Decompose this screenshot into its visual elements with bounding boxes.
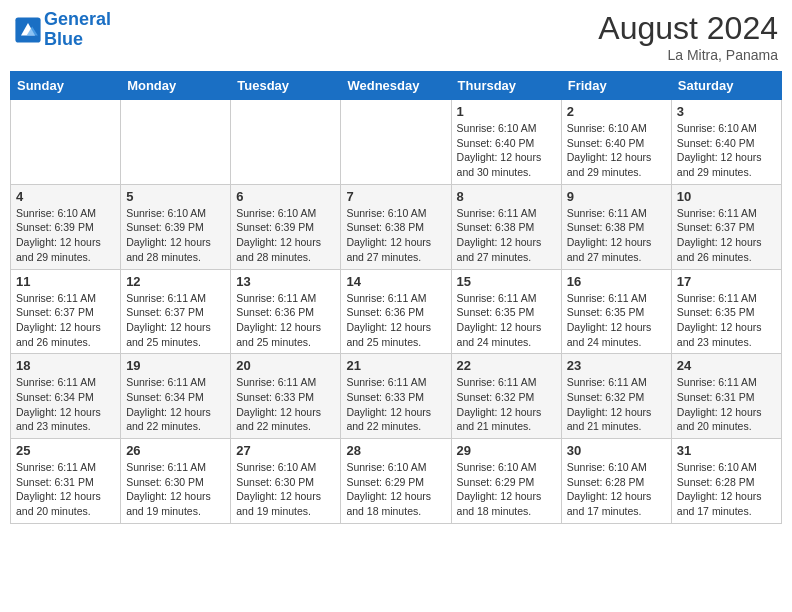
day-number: 21 xyxy=(346,358,445,373)
day-number: 3 xyxy=(677,104,776,119)
day-info: Sunrise: 6:11 AMSunset: 6:32 PMDaylight:… xyxy=(457,375,556,434)
calendar-cell xyxy=(11,100,121,185)
day-info: Sunrise: 6:11 AMSunset: 6:34 PMDaylight:… xyxy=(16,375,115,434)
day-info: Sunrise: 6:11 AMSunset: 6:35 PMDaylight:… xyxy=(457,291,556,350)
day-info: Sunrise: 6:11 AMSunset: 6:35 PMDaylight:… xyxy=(567,291,666,350)
day-number: 7 xyxy=(346,189,445,204)
day-info: Sunrise: 6:10 AMSunset: 6:29 PMDaylight:… xyxy=(457,460,556,519)
day-number: 2 xyxy=(567,104,666,119)
day-info: Sunrise: 6:11 AMSunset: 6:38 PMDaylight:… xyxy=(567,206,666,265)
day-number: 12 xyxy=(126,274,225,289)
day-number: 13 xyxy=(236,274,335,289)
calendar-week-1: 1Sunrise: 6:10 AMSunset: 6:40 PMDaylight… xyxy=(11,100,782,185)
day-number: 15 xyxy=(457,274,556,289)
day-info: Sunrise: 6:11 AMSunset: 6:36 PMDaylight:… xyxy=(346,291,445,350)
day-info: Sunrise: 6:10 AMSunset: 6:38 PMDaylight:… xyxy=(346,206,445,265)
calendar-cell: 27Sunrise: 6:10 AMSunset: 6:30 PMDayligh… xyxy=(231,439,341,524)
month-year-title: August 2024 xyxy=(598,10,778,47)
calendar-cell: 24Sunrise: 6:11 AMSunset: 6:31 PMDayligh… xyxy=(671,354,781,439)
calendar-cell: 4Sunrise: 6:10 AMSunset: 6:39 PMDaylight… xyxy=(11,184,121,269)
day-info: Sunrise: 6:10 AMSunset: 6:39 PMDaylight:… xyxy=(126,206,225,265)
calendar-cell: 28Sunrise: 6:10 AMSunset: 6:29 PMDayligh… xyxy=(341,439,451,524)
calendar-cell xyxy=(121,100,231,185)
day-info: Sunrise: 6:11 AMSunset: 6:30 PMDaylight:… xyxy=(126,460,225,519)
calendar-cell: 15Sunrise: 6:11 AMSunset: 6:35 PMDayligh… xyxy=(451,269,561,354)
calendar-cell: 19Sunrise: 6:11 AMSunset: 6:34 PMDayligh… xyxy=(121,354,231,439)
calendar-cell: 14Sunrise: 6:11 AMSunset: 6:36 PMDayligh… xyxy=(341,269,451,354)
calendar-cell: 20Sunrise: 6:11 AMSunset: 6:33 PMDayligh… xyxy=(231,354,341,439)
calendar-week-2: 4Sunrise: 6:10 AMSunset: 6:39 PMDaylight… xyxy=(11,184,782,269)
day-info: Sunrise: 6:10 AMSunset: 6:40 PMDaylight:… xyxy=(567,121,666,180)
logo-line1: General xyxy=(44,10,111,30)
calendar-table: SundayMondayTuesdayWednesdayThursdayFrid… xyxy=(10,71,782,524)
calendar-cell xyxy=(231,100,341,185)
weekday-header-friday: Friday xyxy=(561,72,671,100)
calendar-cell: 8Sunrise: 6:11 AMSunset: 6:38 PMDaylight… xyxy=(451,184,561,269)
day-number: 24 xyxy=(677,358,776,373)
calendar-week-3: 11Sunrise: 6:11 AMSunset: 6:37 PMDayligh… xyxy=(11,269,782,354)
calendar-cell: 12Sunrise: 6:11 AMSunset: 6:37 PMDayligh… xyxy=(121,269,231,354)
title-block: August 2024 La Mitra, Panama xyxy=(598,10,778,63)
weekday-header-tuesday: Tuesday xyxy=(231,72,341,100)
day-number: 26 xyxy=(126,443,225,458)
calendar-cell: 18Sunrise: 6:11 AMSunset: 6:34 PMDayligh… xyxy=(11,354,121,439)
calendar-cell: 9Sunrise: 6:11 AMSunset: 6:38 PMDaylight… xyxy=(561,184,671,269)
calendar-cell: 16Sunrise: 6:11 AMSunset: 6:35 PMDayligh… xyxy=(561,269,671,354)
day-number: 6 xyxy=(236,189,335,204)
day-info: Sunrise: 6:11 AMSunset: 6:31 PMDaylight:… xyxy=(16,460,115,519)
day-number: 31 xyxy=(677,443,776,458)
day-number: 9 xyxy=(567,189,666,204)
day-number: 20 xyxy=(236,358,335,373)
day-info: Sunrise: 6:10 AMSunset: 6:28 PMDaylight:… xyxy=(677,460,776,519)
calendar-cell: 5Sunrise: 6:10 AMSunset: 6:39 PMDaylight… xyxy=(121,184,231,269)
weekday-header-monday: Monday xyxy=(121,72,231,100)
day-number: 30 xyxy=(567,443,666,458)
calendar-cell: 2Sunrise: 6:10 AMSunset: 6:40 PMDaylight… xyxy=(561,100,671,185)
calendar-cell xyxy=(341,100,451,185)
day-info: Sunrise: 6:10 AMSunset: 6:39 PMDaylight:… xyxy=(236,206,335,265)
day-number: 17 xyxy=(677,274,776,289)
day-number: 19 xyxy=(126,358,225,373)
day-info: Sunrise: 6:11 AMSunset: 6:31 PMDaylight:… xyxy=(677,375,776,434)
location-label: La Mitra, Panama xyxy=(598,47,778,63)
day-number: 23 xyxy=(567,358,666,373)
day-number: 27 xyxy=(236,443,335,458)
logo-icon xyxy=(14,16,42,44)
day-info: Sunrise: 6:11 AMSunset: 6:35 PMDaylight:… xyxy=(677,291,776,350)
day-info: Sunrise: 6:10 AMSunset: 6:30 PMDaylight:… xyxy=(236,460,335,519)
day-info: Sunrise: 6:11 AMSunset: 6:33 PMDaylight:… xyxy=(346,375,445,434)
day-info: Sunrise: 6:10 AMSunset: 6:40 PMDaylight:… xyxy=(677,121,776,180)
day-number: 1 xyxy=(457,104,556,119)
calendar-cell: 11Sunrise: 6:11 AMSunset: 6:37 PMDayligh… xyxy=(11,269,121,354)
day-info: Sunrise: 6:11 AMSunset: 6:32 PMDaylight:… xyxy=(567,375,666,434)
calendar-cell: 29Sunrise: 6:10 AMSunset: 6:29 PMDayligh… xyxy=(451,439,561,524)
calendar-cell: 31Sunrise: 6:10 AMSunset: 6:28 PMDayligh… xyxy=(671,439,781,524)
calendar-cell: 26Sunrise: 6:11 AMSunset: 6:30 PMDayligh… xyxy=(121,439,231,524)
page-header: General Blue August 2024 La Mitra, Panam… xyxy=(10,10,782,63)
weekday-header-wednesday: Wednesday xyxy=(341,72,451,100)
day-info: Sunrise: 6:11 AMSunset: 6:34 PMDaylight:… xyxy=(126,375,225,434)
day-info: Sunrise: 6:10 AMSunset: 6:40 PMDaylight:… xyxy=(457,121,556,180)
calendar-cell: 3Sunrise: 6:10 AMSunset: 6:40 PMDaylight… xyxy=(671,100,781,185)
calendar-cell: 1Sunrise: 6:10 AMSunset: 6:40 PMDaylight… xyxy=(451,100,561,185)
day-info: Sunrise: 6:11 AMSunset: 6:37 PMDaylight:… xyxy=(126,291,225,350)
day-info: Sunrise: 6:11 AMSunset: 6:37 PMDaylight:… xyxy=(16,291,115,350)
calendar-cell: 21Sunrise: 6:11 AMSunset: 6:33 PMDayligh… xyxy=(341,354,451,439)
weekday-header-saturday: Saturday xyxy=(671,72,781,100)
day-info: Sunrise: 6:11 AMSunset: 6:36 PMDaylight:… xyxy=(236,291,335,350)
calendar-cell: 17Sunrise: 6:11 AMSunset: 6:35 PMDayligh… xyxy=(671,269,781,354)
calendar-cell: 30Sunrise: 6:10 AMSunset: 6:28 PMDayligh… xyxy=(561,439,671,524)
calendar-cell: 23Sunrise: 6:11 AMSunset: 6:32 PMDayligh… xyxy=(561,354,671,439)
weekday-header-row: SundayMondayTuesdayWednesdayThursdayFrid… xyxy=(11,72,782,100)
day-info: Sunrise: 6:11 AMSunset: 6:38 PMDaylight:… xyxy=(457,206,556,265)
day-number: 18 xyxy=(16,358,115,373)
day-info: Sunrise: 6:11 AMSunset: 6:37 PMDaylight:… xyxy=(677,206,776,265)
day-number: 11 xyxy=(16,274,115,289)
calendar-cell: 13Sunrise: 6:11 AMSunset: 6:36 PMDayligh… xyxy=(231,269,341,354)
day-number: 16 xyxy=(567,274,666,289)
day-number: 4 xyxy=(16,189,115,204)
day-info: Sunrise: 6:10 AMSunset: 6:28 PMDaylight:… xyxy=(567,460,666,519)
logo-line2: Blue xyxy=(44,30,111,50)
day-number: 28 xyxy=(346,443,445,458)
calendar-cell: 25Sunrise: 6:11 AMSunset: 6:31 PMDayligh… xyxy=(11,439,121,524)
